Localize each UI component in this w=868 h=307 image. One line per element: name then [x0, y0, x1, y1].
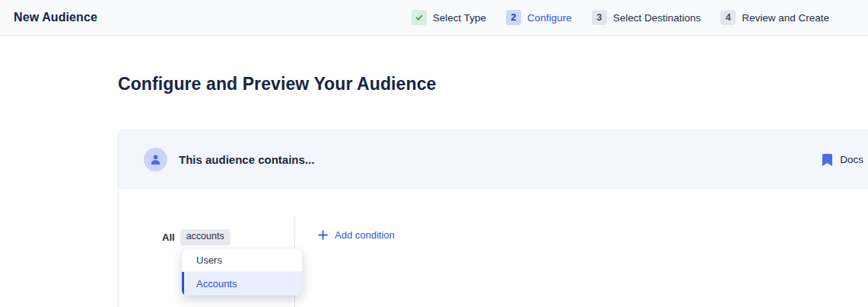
avatar	[144, 148, 167, 171]
step-label: Review and Create	[742, 12, 829, 24]
step-select-destinations[interactable]: 3 Select Destinations	[592, 10, 701, 25]
audience-quantifier-row: All accounts	[162, 229, 231, 245]
step-label: Select Destinations	[613, 12, 701, 24]
main-content: Configure and Preview Your Audience This…	[0, 36, 868, 307]
person-icon	[149, 153, 162, 166]
topbar: New Audience Select Type 2 Configure 3 S…	[0, 0, 868, 36]
add-condition-button[interactable]: Add condition	[318, 229, 395, 241]
plus-icon	[318, 230, 328, 240]
app-root: New Audience Select Type 2 Configure 3 S…	[0, 0, 868, 307]
wizard-stepper: Select Type 2 Configure 3 Select Destina…	[412, 10, 829, 25]
step-configure[interactable]: 2 Configure	[506, 10, 572, 25]
docs-label: Docs	[840, 154, 863, 165]
panel-title: This audience contains...	[179, 153, 314, 166]
step-review-and-create[interactable]: 4 Review and Create	[720, 10, 829, 25]
step-label: Select Type	[433, 12, 486, 24]
add-condition-label: Add condition	[335, 229, 395, 241]
audience-panel: This audience contains... Docs All accou…	[118, 130, 868, 307]
step-number-badge: 4	[720, 10, 736, 25]
entity-selector[interactable]: accounts	[180, 229, 231, 245]
page-title: New Audience	[14, 11, 97, 24]
dropdown-option-accounts[interactable]: Accounts	[182, 272, 302, 296]
step-done-badge	[412, 10, 427, 25]
step-number-badge: 2	[506, 10, 521, 25]
step-number-badge: 3	[592, 10, 607, 25]
step-select-type[interactable]: Select Type	[412, 10, 486, 25]
page-heading: Configure and Preview Your Audience	[118, 74, 868, 94]
quantifier-label: All	[162, 232, 175, 243]
entity-dropdown: Users Accounts	[182, 248, 302, 296]
step-label: Configure	[527, 12, 572, 24]
dropdown-option-users[interactable]: Users	[182, 248, 302, 272]
audience-panel-header: This audience contains... Docs	[119, 130, 868, 189]
check-icon	[415, 13, 424, 22]
condition-builder: All accounts Add condition Users Account…	[119, 189, 868, 307]
docs-link[interactable]: Docs	[822, 154, 863, 166]
bookmark-icon	[822, 154, 832, 166]
